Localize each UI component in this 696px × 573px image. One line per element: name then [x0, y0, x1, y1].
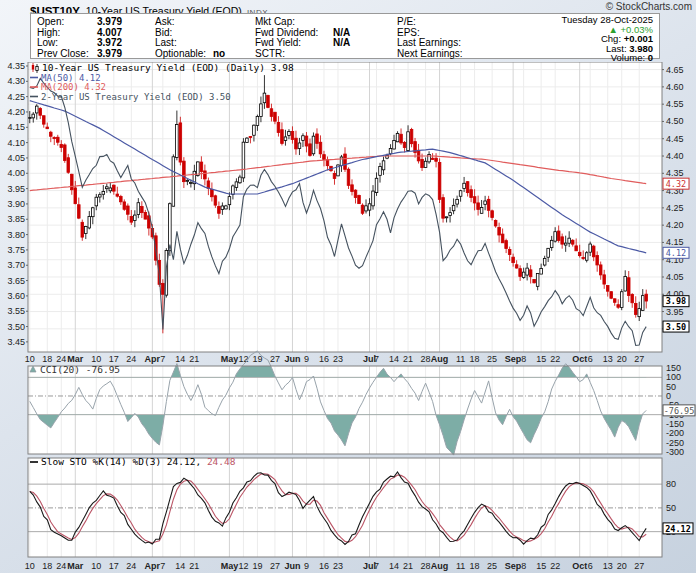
svg-text:4.50: 4.50 — [666, 116, 684, 126]
quote-row: Next Earnings: — [397, 49, 517, 60]
svg-text:16: 16 — [319, 354, 329, 364]
svg-text:3.70: 3.70 — [7, 260, 25, 270]
svg-text:6: 6 — [588, 561, 593, 571]
svg-text:28: 28 — [421, 561, 431, 571]
svg-text:4.45: 4.45 — [666, 134, 684, 144]
svg-text:4.20: 4.20 — [7, 107, 25, 117]
svg-text:18: 18 — [470, 354, 480, 364]
quote-row: Open:3.979 — [37, 17, 155, 28]
svg-text:20: 20 — [617, 561, 627, 571]
svg-text:3.55: 3.55 — [7, 306, 25, 316]
svg-text:3.85: 3.85 — [7, 214, 25, 224]
quote-row: Last Earnings: — [397, 38, 517, 49]
quote-value: 3.972 — [97, 37, 122, 48]
quote-row: Prev Close:3.979 — [37, 49, 155, 60]
svg-text:4.65: 4.65 — [666, 65, 684, 75]
svg-text:CCI(20) -76.95: CCI(20) -76.95 — [40, 364, 120, 375]
svg-text:9: 9 — [304, 561, 309, 571]
svg-text:May: May — [221, 561, 239, 571]
svg-text:24: 24 — [126, 561, 136, 571]
svg-text:11: 11 — [456, 354, 465, 364]
quote-label: Mkt Cap: — [255, 17, 333, 28]
quote-value: no — [213, 48, 225, 59]
quote-row: Last: — [155, 38, 255, 49]
svg-text:6: 6 — [588, 354, 593, 364]
svg-text:3.75: 3.75 — [7, 245, 25, 255]
svg-text:2-Year US Treasury Yield (EOD): 2-Year US Treasury Yield (EOD) 3.50 — [41, 92, 231, 102]
svg-text:22: 22 — [550, 561, 560, 571]
svg-text:4.12: 4.12 — [666, 248, 686, 258]
svg-text:17: 17 — [109, 561, 119, 571]
svg-text:8: 8 — [521, 354, 526, 364]
svg-text:27: 27 — [634, 354, 644, 364]
svg-text:10: 10 — [25, 354, 35, 364]
svg-text:24: 24 — [56, 354, 66, 364]
quote-column: Mkt Cap:Fwd Dividend:N/AFwd Yield:N/ASCT… — [255, 16, 397, 57]
svg-text:Jun: Jun — [284, 354, 300, 364]
svg-text:24.12: 24.12 — [665, 524, 691, 534]
quote-column: Ask:Bid:Last:Optionable:no — [155, 16, 255, 57]
main-price-panel — [28, 62, 662, 352]
svg-text:7: 7 — [160, 561, 165, 571]
quote-value: N/A — [333, 37, 350, 48]
svg-text:20: 20 — [617, 354, 627, 364]
svg-text:10: 10 — [91, 354, 101, 364]
svg-text:27: 27 — [634, 561, 644, 571]
quote-value: 3.979 — [97, 48, 122, 59]
svg-text:MA(200) 4.32: MA(200) 4.32 — [41, 82, 106, 92]
svg-text:Jun: Jun — [284, 561, 300, 571]
svg-text:4.00: 4.00 — [7, 168, 25, 178]
svg-text:16: 16 — [319, 561, 329, 571]
svg-text:Aug: Aug — [431, 561, 449, 571]
quote-value: N/A — [333, 27, 350, 38]
svg-text:15: 15 — [536, 354, 546, 364]
svg-text:18: 18 — [42, 354, 52, 364]
svg-text:3.45: 3.45 — [7, 337, 25, 347]
svg-text:4.35: 4.35 — [666, 168, 684, 178]
svg-text:3.90: 3.90 — [7, 199, 25, 209]
main-left-axis: 4.354.304.254.204.154.104.054.003.953.90… — [7, 62, 28, 347]
svg-text:Oct: Oct — [572, 561, 587, 571]
quote-row: SCTR: — [255, 49, 397, 60]
svg-text:27: 27 — [270, 354, 280, 364]
svg-text:22: 22 — [550, 354, 560, 364]
svg-text:80: 80 — [666, 479, 676, 489]
svg-text:7: 7 — [160, 354, 165, 364]
svg-text:4.35: 4.35 — [7, 62, 25, 71]
svg-text:15: 15 — [536, 561, 546, 571]
svg-text:50: 50 — [666, 503, 676, 513]
quote-column: Open:3.979High:4.007Low:3.972Prev Close:… — [37, 16, 155, 57]
svg-text:8: 8 — [521, 561, 526, 571]
svg-text:4.05: 4.05 — [666, 272, 684, 282]
quote-row: Low:3.972 — [37, 38, 155, 49]
quote-label: Low: — [37, 38, 97, 49]
svg-text:21: 21 — [403, 561, 413, 571]
svg-text:4.15: 4.15 — [7, 122, 25, 132]
quote-summary: Tuesday 28-Oct-2025 ▲ +0.03% Chg: +0.001… — [517, 16, 655, 57]
chart-canvas: 4.354.304.254.204.154.104.054.003.953.90… — [0, 62, 696, 573]
svg-text:4.40: 4.40 — [666, 151, 684, 161]
svg-text:13: 13 — [603, 561, 613, 571]
svg-text:14: 14 — [389, 354, 399, 364]
svg-text:10-Year US Treasury Yield (EOD: 10-Year US Treasury Yield (EOD) (Daily) … — [42, 62, 294, 73]
quote-grid: Open:3.979High:4.007Low:3.972Prev Close:… — [37, 16, 517, 57]
svg-text:14: 14 — [175, 561, 185, 571]
svg-text:4.30: 4.30 — [7, 76, 25, 86]
svg-text:27: 27 — [270, 561, 280, 571]
quote-row: Optionable:no — [155, 49, 255, 60]
svg-text:4.10: 4.10 — [7, 138, 25, 148]
cci-right-axis: 150100500-50-100-150-200-250-300-76.95 — [663, 363, 695, 457]
svg-text:Oct: Oct — [572, 354, 587, 364]
svg-text:Sep: Sep — [505, 354, 522, 364]
cci-panel — [28, 351, 662, 455]
svg-text:Aug: Aug — [431, 354, 449, 364]
svg-text:18: 18 — [470, 561, 480, 571]
sto-right-axis: 80502024.12 — [663, 479, 693, 537]
quote-row: Fwd Yield:N/A — [255, 38, 397, 49]
svg-text:4.32: 4.32 — [666, 179, 686, 189]
svg-text:4.60: 4.60 — [666, 82, 684, 92]
quote-label: Open: — [37, 17, 97, 28]
x-axis-labels-main: 101824Mar101724Apr71421May121927Jun91623… — [25, 354, 644, 364]
svg-text:21: 21 — [403, 354, 413, 364]
svg-text:3.80: 3.80 — [7, 230, 25, 240]
